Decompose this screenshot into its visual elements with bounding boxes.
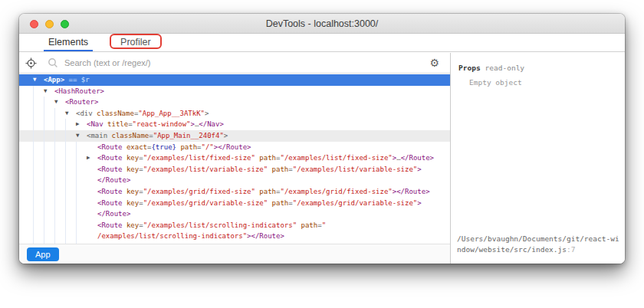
traffic-lights: [30, 20, 69, 28]
expand-arrow-icon[interactable]: ▼: [54, 97, 65, 108]
indent-guide: [33, 220, 44, 231]
tree-row-label: <main className="App_Main__240f4">: [87, 130, 228, 142]
arrow-spacer: [87, 175, 97, 186]
indent-guide: [76, 198, 87, 209]
tree-row[interactable]: <Route key="/examples/list/variable-size…: [19, 164, 450, 175]
indent-guide: [33, 208, 44, 220]
props-title: Props: [458, 64, 481, 72]
indent-guide: [65, 164, 76, 175]
tree-row[interactable]: <Route key="/examples/grid/variable-size…: [19, 198, 450, 209]
component-tree: ▼<App> == $r▼<HashRouter>▼<Router>▼<div …: [19, 74, 450, 244]
indent-guide: [44, 97, 54, 108]
indent-guide: [44, 164, 54, 175]
indent-guide: [65, 175, 76, 186]
indent-guide: [54, 130, 65, 142]
indent-guide: [54, 220, 65, 231]
indent-guide: [65, 142, 76, 153]
indent-guide: [44, 208, 54, 220]
tree-row[interactable]: ▶<Nav title="react-window">…</Nav>: [19, 119, 450, 130]
indent-guide: [76, 152, 87, 164]
indent-guide: [44, 198, 54, 209]
zoom-button[interactable]: [61, 20, 69, 28]
tree-row[interactable]: <Route exact={true} path="/"></Route>: [19, 142, 450, 153]
breadcrumb-bar: App: [19, 244, 450, 264]
tab-elements[interactable]: Elements: [44, 34, 93, 51]
expand-arrow-icon[interactable]: ▼: [76, 130, 87, 142]
arrow-spacer: [87, 198, 97, 209]
arrow-spacer: [87, 164, 97, 175]
indent-guide: [65, 208, 76, 220]
tree-row[interactable]: ▼<HashRouter>: [19, 86, 450, 97]
indent-guide: [44, 220, 54, 231]
inspect-element-icon[interactable]: [25, 57, 37, 69]
expand-arrow-icon[interactable]: ▼: [33, 74, 44, 86]
tree-row[interactable]: ▼<Router>: [19, 97, 450, 108]
expand-arrow-icon[interactable]: ▶: [87, 152, 97, 164]
tree-row-label: <Route key="/examples/grid/variable-size…: [97, 198, 422, 209]
tree-row-label: <Route key="/examples/list/fixed-size" p…: [97, 152, 434, 164]
indent-guide: [76, 142, 87, 153]
arrow-spacer: [87, 142, 97, 153]
search-input[interactable]: [64, 58, 450, 67]
tree-row[interactable]: <Route key="/examples/grid/fixed-size" p…: [19, 186, 450, 198]
indent-guide: [54, 175, 65, 186]
tree-row[interactable]: ▼<main className="App_Main__240f4">: [19, 130, 450, 142]
tree-row-label: </Route>: [97, 208, 130, 220]
indent-guide: [44, 231, 54, 242]
indent-guide: [33, 231, 44, 242]
settings-gear-icon[interactable]: ⚙: [429, 56, 439, 70]
tree-row[interactable]: ▼<App> == $r: [19, 74, 450, 86]
indent-guide: [65, 119, 76, 130]
tree-row-label: <Route exact={true} path="/"></Route>: [97, 142, 251, 153]
close-button[interactable]: [30, 20, 38, 28]
window-titlebar[interactable]: DevTools - localhost:3000/: [19, 14, 625, 34]
indent-guide: [76, 164, 87, 175]
indent-guide: [54, 108, 65, 120]
indent-guide: [44, 130, 54, 142]
expand-arrow-icon[interactable]: ▼: [65, 108, 76, 120]
indent-guide: [65, 130, 76, 142]
breadcrumb-app[interactable]: App: [27, 247, 59, 261]
indent-guide: [54, 208, 65, 220]
indent-guide: [33, 97, 44, 108]
props-panel: Propsread-only Empty object /Users/bvaug…: [451, 53, 625, 264]
arrow-spacer: [87, 208, 97, 220]
tree-row-label: <Nav title="react-window">…</Nav>: [87, 119, 224, 130]
arrow-spacer: [87, 231, 97, 242]
tree-row[interactable]: ▶<Route key="/examples/list/fixed-size" …: [19, 152, 450, 164]
indent-guide: [76, 186, 87, 198]
arrow-spacer: [87, 186, 97, 198]
indent-guide: [44, 152, 54, 164]
indent-guide: [33, 130, 44, 142]
indent-guide: [65, 220, 76, 231]
indent-guide: [33, 164, 44, 175]
indent-guide: [54, 164, 65, 175]
tree-row[interactable]: </Route>: [19, 175, 450, 186]
indent-guide: [54, 119, 65, 130]
tab-profiler[interactable]: Profiler: [116, 34, 156, 51]
indent-guide: [54, 231, 65, 242]
indent-guide: [54, 186, 65, 198]
minimize-button[interactable]: [45, 20, 54, 28]
window-title: DevTools - localhost:3000/: [19, 14, 625, 34]
props-empty-text: Empty object: [451, 72, 625, 87]
indent-guide: [76, 220, 87, 231]
arrow-spacer: [87, 220, 97, 231]
tree-row-label: <App> == $r: [44, 74, 90, 86]
tree-row[interactable]: <Route key="/examples/list/scrolling-ind…: [19, 220, 450, 231]
tree-row[interactable]: ▼<div className="App_App__3ATkK">: [19, 108, 450, 120]
source-path[interactable]: /Users/bvaughn/Documents/git/react-windo…: [457, 234, 623, 254]
props-readonly-label: read-only: [485, 64, 524, 72]
tree-row[interactable]: /examples/list/scrolling-indicators"></R…: [19, 231, 450, 242]
tree-row-label: <Router>: [65, 97, 98, 108]
indent-guide: [33, 86, 44, 97]
expand-arrow-icon[interactable]: ▼: [44, 86, 54, 97]
indent-guide: [54, 198, 65, 209]
tree-row-label: </Route>: [97, 175, 130, 186]
tree-row-label: <Route key="/examples/list/variable-size…: [97, 164, 422, 175]
tab-profiler-label: Profiler: [120, 37, 151, 48]
props-header: Propsread-only: [451, 53, 625, 72]
tree-row[interactable]: </Route>: [19, 208, 450, 220]
indent-guide: [33, 142, 44, 153]
expand-arrow-icon[interactable]: ▶: [76, 119, 87, 130]
